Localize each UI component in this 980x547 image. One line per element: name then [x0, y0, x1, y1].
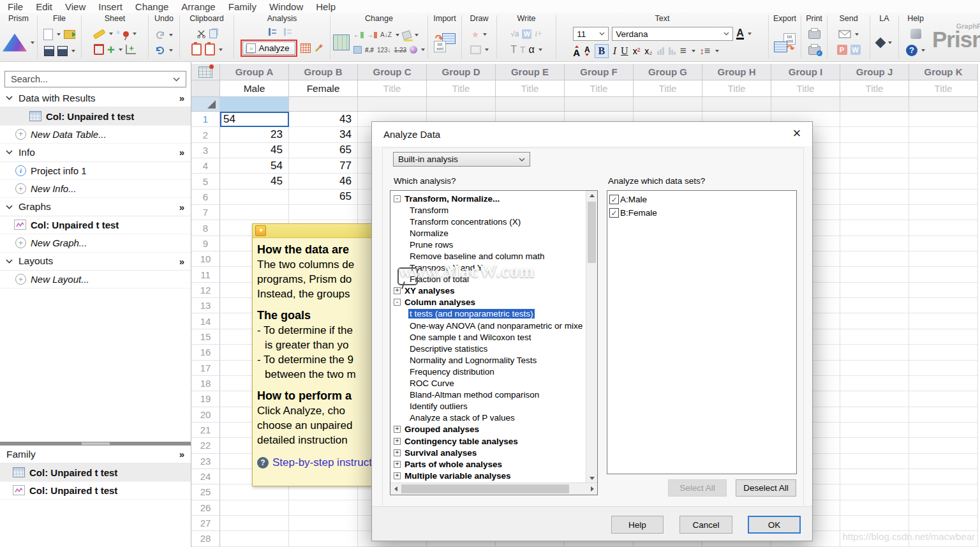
- sheet-cell[interactable]: 54: [220, 112, 289, 127]
- analyze-button[interactable]: = Analyze: [242, 41, 295, 55]
- prism-logo-icon[interactable]: [3, 34, 27, 52]
- column-header-11[interactable]: Group K: [909, 64, 978, 80]
- magic-wand-icon[interactable]: [314, 43, 323, 53]
- analysis-tree-item[interactable]: +XY analyses: [394, 285, 586, 297]
- font-size-select[interactable]: 11: [573, 27, 609, 41]
- row-number[interactable]: 7: [191, 205, 220, 220]
- new-sheet-icon[interactable]: +: [107, 45, 115, 55]
- column-header-1[interactable]: Group A: [220, 64, 289, 80]
- column-header-3[interactable]: Group C: [358, 64, 427, 80]
- step-by-step-link[interactable]: ?Step-by-step instruction: [257, 456, 373, 469]
- results-table-icon[interactable]: [301, 43, 311, 53]
- cancel-button[interactable]: Cancel: [679, 516, 732, 534]
- sheet-cell[interactable]: [840, 454, 909, 469]
- row-number[interactable]: 18: [191, 376, 220, 391]
- sheet-cell[interactable]: [840, 220, 909, 236]
- import-data-icon[interactable]: ↷ txt xml: [434, 33, 456, 52]
- sidebar-section-family[interactable]: Family»: [0, 446, 191, 463]
- sidebar-item-new-layout-[interactable]: +New Layout...: [0, 271, 191, 288]
- sheet-cell[interactable]: [909, 112, 978, 127]
- select-all-corner[interactable]: [191, 97, 220, 112]
- fewer-decimals-icon[interactable]: 1.23: [394, 47, 406, 54]
- expand-more-icon[interactable]: »: [179, 202, 184, 213]
- sheet-cell[interactable]: [840, 205, 909, 220]
- tree-expander-icon[interactable]: -: [394, 195, 401, 202]
- sheet-cell[interactable]: [840, 298, 909, 313]
- subcolumn-cell[interactable]: [771, 97, 840, 112]
- row-number[interactable]: 3: [191, 143, 220, 158]
- menu-item-window[interactable]: Window: [263, 1, 309, 12]
- subcolumn-cell[interactable]: [358, 97, 427, 112]
- sheet-cell[interactable]: 45: [220, 143, 289, 158]
- sheet-cell[interactable]: [220, 484, 289, 500]
- sheet-cell[interactable]: 77: [289, 158, 358, 174]
- sheet-cell[interactable]: [840, 329, 909, 345]
- underline-button[interactable]: U: [621, 45, 628, 57]
- delete-column-icon[interactable]: →: [367, 31, 377, 38]
- email-icon[interactable]: [838, 30, 851, 38]
- sheet-cell[interactable]: [840, 112, 909, 127]
- sort-icon[interactable]: A↓Z: [380, 31, 392, 38]
- paste-icon[interactable]: [191, 43, 202, 56]
- row-number[interactable]: 16: [191, 345, 220, 360]
- analysis-tree-item[interactable]: Transform concentrations (X): [394, 216, 586, 227]
- subcolumn-cell[interactable]: [840, 97, 909, 112]
- sheet-cell[interactable]: [909, 127, 978, 142]
- sheet-cell[interactable]: [289, 500, 358, 516]
- chevron-down-icon[interactable]: [6, 96, 13, 100]
- analysis-tree-item[interactable]: Transform: [394, 204, 586, 216]
- save-as-icon[interactable]: [57, 46, 68, 56]
- sheet-cell[interactable]: [289, 531, 358, 546]
- row-number[interactable]: 17: [191, 361, 220, 376]
- row-number[interactable]: 24: [191, 469, 220, 484]
- sheet-cell[interactable]: [909, 484, 978, 500]
- column-title-cell[interactable]: Female: [289, 80, 358, 97]
- sheet-cell[interactable]: [840, 391, 909, 407]
- column-header-4[interactable]: Group D: [427, 64, 496, 80]
- prism-academy-icon[interactable]: [910, 29, 921, 39]
- row-number[interactable]: 27: [191, 516, 220, 531]
- row-number[interactable]: 6: [191, 190, 220, 205]
- column-title-cell[interactable]: Male: [220, 80, 289, 97]
- menu-item-change[interactable]: Change: [129, 1, 175, 12]
- sheet-cell[interactable]: [840, 127, 909, 142]
- row-number[interactable]: 23: [191, 454, 220, 469]
- sheet-cell[interactable]: [909, 469, 978, 484]
- column-title-cell[interactable]: Title: [909, 80, 978, 97]
- sheet-cell[interactable]: [220, 190, 289, 205]
- column-header-2[interactable]: Group B: [289, 64, 358, 80]
- sheet-cell[interactable]: 46: [289, 174, 358, 189]
- menu-item-edit[interactable]: Edit: [29, 1, 59, 12]
- sheet-cell[interactable]: [289, 484, 358, 500]
- column-title-cell[interactable]: Title: [427, 80, 496, 97]
- print-preview-icon[interactable]: ✓: [808, 46, 820, 55]
- sidebar-item-col-unpaired-t-test[interactable]: Col: Unpaired t test: [0, 216, 191, 234]
- dropdown-caret-icon[interactable]: [31, 41, 34, 44]
- menu-item-file[interactable]: File: [1, 1, 29, 12]
- row-number[interactable]: 13: [191, 298, 220, 313]
- checkbox-icon[interactable]: ✓: [609, 195, 619, 204]
- fill-color-icon[interactable]: [401, 30, 412, 40]
- chevron-down-icon[interactable]: [6, 150, 13, 154]
- sheet-cell[interactable]: [909, 236, 978, 251]
- row-number[interactable]: 26: [191, 500, 220, 516]
- search-input[interactable]: Search...: [4, 71, 186, 87]
- analysis-tree-item[interactable]: +Grouped analyses: [394, 424, 586, 435]
- column-header-5[interactable]: Group E: [496, 64, 565, 80]
- bold-button[interactable]: B: [595, 44, 609, 58]
- menu-item-view[interactable]: View: [59, 1, 92, 12]
- tree-expander-icon[interactable]: +: [394, 449, 401, 456]
- subcolumn-cell[interactable]: [496, 97, 565, 112]
- sheet-cell[interactable]: [909, 345, 978, 360]
- sheet-cell[interactable]: [909, 143, 978, 158]
- analysis-tree-item[interactable]: Prune rows: [394, 239, 586, 250]
- column-title-cell[interactable]: Title: [771, 80, 840, 97]
- sheet-cell[interactable]: [840, 407, 909, 423]
- analysis-tree-item[interactable]: One sample t and Wilcoxon test: [394, 331, 586, 343]
- sidebar-section-layouts[interactable]: Layouts»: [0, 253, 191, 271]
- column-header-6[interactable]: Group F: [565, 64, 634, 80]
- expand-more-icon[interactable]: »: [179, 93, 184, 103]
- chevron-down-icon[interactable]: [6, 205, 13, 209]
- sheet-cell[interactable]: [909, 438, 978, 453]
- sheet-cell[interactable]: 23: [220, 127, 289, 142]
